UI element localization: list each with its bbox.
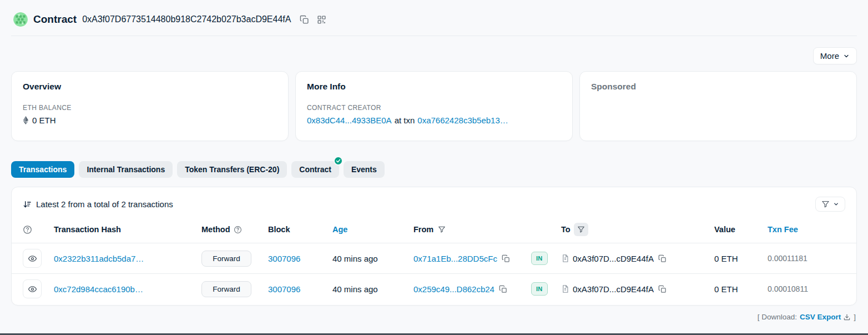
tab-token-transfers[interactable]: Token Transfers (ERC-20) <box>177 161 287 178</box>
csv-export-label: CSV Export <box>800 313 841 321</box>
verified-check-icon <box>334 156 343 166</box>
more-info-card: More Info CONTRACT CREATOR 0x83dC44...49… <box>295 71 573 141</box>
to-address: 0xA3f07D...cD9E44fA <box>573 254 654 263</box>
to-filter-button[interactable] <box>574 223 588 236</box>
copy-icon <box>300 15 309 24</box>
download-prefix: [ Download: <box>758 313 797 321</box>
copy-icon <box>499 285 507 293</box>
copy-icon <box>658 254 667 263</box>
direction-badge: IN <box>531 252 548 265</box>
overview-card: Overview ETH BALANCE 0 ETH <box>11 71 289 141</box>
tab-internal-transactions[interactable]: Internal Transactions <box>79 161 173 178</box>
qr-code-icon <box>317 15 326 24</box>
copy-icon <box>658 285 667 293</box>
eye-icon <box>28 254 37 263</box>
method-badge: Forward <box>201 251 251 267</box>
contract-identicon <box>13 12 28 27</box>
tx-value: 0 ETH <box>714 254 768 263</box>
table-row: 0x2322b311adcb5da7… Forward 3007096 40 m… <box>12 243 856 274</box>
tab-contract[interactable]: Contract <box>291 161 339 178</box>
to-address: 0xA3f07D...cD9E44fA <box>573 284 654 294</box>
eth-balance-value: 0 ETH <box>32 116 56 125</box>
sponsored-card: Sponsored <box>579 71 857 141</box>
info-cards: Overview ETH BALANCE 0 ETH More Info CON… <box>11 71 857 141</box>
download-row: [ Download: CSV Export ] <box>11 306 857 321</box>
tx-hash-link[interactable]: 0x2322b311adcb5da7… <box>54 254 144 263</box>
at-txn-label: at txn <box>395 116 415 125</box>
block-link[interactable]: 3007096 <box>268 284 300 294</box>
age-value: 40 mins ago <box>332 254 413 263</box>
tab-contract-label: Contract <box>299 165 331 174</box>
tx-hash-link[interactable]: 0xc72d984ccac6190b… <box>54 284 143 294</box>
contract-file-icon <box>561 254 569 263</box>
download-suffix: ] <box>854 313 856 321</box>
creation-txn-link[interactable]: 0xa7662428c3b5eb13… <box>417 116 508 125</box>
direction-badge: IN <box>531 282 548 296</box>
contract-creator-label: CONTRACT CREATOR <box>307 104 561 112</box>
copy-to-button[interactable] <box>657 253 668 264</box>
help-icon[interactable] <box>23 225 32 234</box>
transactions-panel: Latest 2 from a total of 2 transactions <box>11 187 857 306</box>
download-icon <box>843 313 851 321</box>
eth-balance-label: ETH BALANCE <box>23 104 277 112</box>
funnel-icon <box>821 200 830 208</box>
table-header-row: Transaction Hash Method Block Age From <box>12 221 856 243</box>
col-age-toggle[interactable]: Age <box>332 225 413 234</box>
tab-bar: Transactions Internal Transactions Token… <box>11 161 857 178</box>
sponsored-title: Sponsored <box>591 82 845 92</box>
preview-tx-button[interactable] <box>23 249 42 268</box>
copy-icon <box>502 254 510 263</box>
tab-transactions[interactable]: Transactions <box>11 161 74 178</box>
col-txn-fee-toggle[interactable]: Txn Fee <box>768 225 845 234</box>
col-block: Block <box>268 225 332 234</box>
copy-address-button[interactable] <box>299 14 310 26</box>
tx-value: 0 ETH <box>714 284 768 294</box>
col-from: From <box>413 225 433 234</box>
transactions-summary: Latest 2 from a total of 2 transactions <box>36 199 173 209</box>
qr-code-button[interactable] <box>316 14 327 26</box>
tab-events[interactable]: Events <box>344 161 385 178</box>
chevron-down-icon <box>843 53 850 59</box>
block-link[interactable]: 3007096 <box>268 254 300 263</box>
contract-header: Contract 0xA3f07D6773514480b918C2742b027… <box>11 0 857 36</box>
method-badge: Forward <box>201 281 251 297</box>
contract-file-icon <box>561 284 569 293</box>
col-transaction-hash: Transaction Hash <box>54 225 201 234</box>
copy-from-button[interactable] <box>498 284 508 294</box>
copy-from-button[interactable] <box>501 253 511 264</box>
csv-export-link[interactable]: CSV Export <box>800 313 851 321</box>
age-value: 40 mins ago <box>332 284 413 294</box>
contract-address: 0xA3f07D6773514480b918C2742b027b3acD9E44… <box>82 14 291 24</box>
sort-icon <box>23 200 32 209</box>
eye-icon <box>28 284 37 294</box>
more-info-title: More Info <box>307 82 561 92</box>
table-row: 0xc72d984ccac6190b… Forward 3007096 40 m… <box>12 274 856 304</box>
from-address-link[interactable]: 0x259c49...D862cb24 <box>413 284 494 294</box>
overview-title: Overview <box>23 82 277 92</box>
col-method: Method <box>201 225 230 234</box>
txn-fee-value: 0.00010811 <box>768 284 845 293</box>
method-help-icon[interactable] <box>234 226 242 234</box>
eth-icon <box>23 116 29 124</box>
header-divider <box>11 36 857 36</box>
txn-fee-value: 0.00011181 <box>768 254 845 263</box>
table-filter-button[interactable] <box>815 197 845 212</box>
creator-address-link[interactable]: 0x83dC44...4933BE0A <box>307 116 392 125</box>
copy-to-button[interactable] <box>657 284 668 294</box>
chevron-down-icon <box>833 201 839 207</box>
more-button[interactable]: More <box>813 47 857 64</box>
more-button-label: More <box>820 51 839 61</box>
preview-tx-button[interactable] <box>23 279 42 298</box>
col-to: To <box>561 225 571 234</box>
from-address-link[interactable]: 0x71a1Eb...28DD5cFc <box>413 254 497 263</box>
from-filter-button[interactable] <box>437 224 447 234</box>
col-value: Value <box>714 225 768 234</box>
page-title: Contract <box>33 13 77 26</box>
